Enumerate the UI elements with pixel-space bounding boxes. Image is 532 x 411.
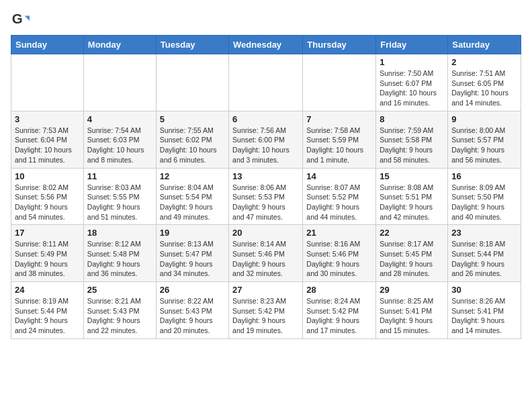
cell-2-2: 12Sunrise: 8:04 AM Sunset: 5:54 PM Dayli… [156, 168, 228, 225]
day-info: Sunrise: 8:23 AM Sunset: 5:42 PM Dayligh… [232, 296, 299, 336]
day-number: 11 [87, 171, 152, 181]
cell-4-5: 29Sunrise: 8:25 AM Sunset: 5:41 PM Dayli… [376, 282, 448, 339]
week-row-5: 24Sunrise: 8:19 AM Sunset: 5:44 PM Dayli… [11, 282, 521, 339]
day-number: 14 [306, 171, 372, 181]
cell-0-6: 2Sunrise: 7:51 AM Sunset: 6:05 PM Daylig… [448, 54, 521, 111]
day-number: 21 [306, 228, 372, 238]
day-number: 24 [15, 285, 80, 295]
cell-1-3: 6Sunrise: 7:56 AM Sunset: 6:00 PM Daylig… [229, 111, 303, 168]
day-info: Sunrise: 8:25 AM Sunset: 5:41 PM Dayligh… [380, 296, 444, 336]
day-number: 16 [451, 171, 517, 181]
cell-1-2: 5Sunrise: 7:55 AM Sunset: 6:02 PM Daylig… [156, 111, 228, 168]
cell-4-4: 28Sunrise: 8:24 AM Sunset: 5:42 PM Dayli… [303, 282, 376, 339]
day-number: 27 [232, 285, 299, 295]
day-info: Sunrise: 8:06 AM Sunset: 5:53 PM Dayligh… [232, 183, 299, 222]
day-info: Sunrise: 7:51 AM Sunset: 6:05 PM Dayligh… [451, 68, 517, 108]
day-number: 6 [232, 114, 299, 124]
weekday-header-row: SundayMondayTuesdayWednesdayThursdayFrid… [11, 36, 521, 54]
cell-4-0: 24Sunrise: 8:19 AM Sunset: 5:44 PM Dayli… [11, 282, 84, 339]
day-number: 5 [160, 114, 225, 124]
day-number: 22 [380, 228, 444, 238]
week-row-3: 10Sunrise: 8:02 AM Sunset: 5:56 PM Dayli… [11, 168, 521, 225]
header-friday: Friday [376, 36, 448, 54]
day-info: Sunrise: 7:55 AM Sunset: 6:02 PM Dayligh… [160, 126, 225, 165]
cell-0-0 [11, 54, 84, 111]
day-number: 23 [451, 228, 517, 238]
cell-3-2: 19Sunrise: 8:13 AM Sunset: 5:47 PM Dayli… [156, 225, 228, 282]
day-info: Sunrise: 7:59 AM Sunset: 5:58 PM Dayligh… [380, 126, 444, 165]
day-info: Sunrise: 8:13 AM Sunset: 5:47 PM Dayligh… [160, 239, 225, 279]
day-info: Sunrise: 8:19 AM Sunset: 5:44 PM Dayligh… [15, 296, 80, 336]
header-monday: Monday [83, 36, 156, 54]
day-number: 30 [451, 285, 517, 295]
week-row-2: 3Sunrise: 7:53 AM Sunset: 6:04 PM Daylig… [11, 111, 521, 168]
day-number: 17 [15, 228, 80, 238]
day-number: 13 [232, 171, 299, 181]
day-info: Sunrise: 8:24 AM Sunset: 5:42 PM Dayligh… [306, 296, 372, 336]
day-number: 29 [380, 285, 444, 295]
cell-3-1: 18Sunrise: 8:12 AM Sunset: 5:48 PM Dayli… [83, 225, 156, 282]
header-sunday: Sunday [11, 36, 84, 54]
header-wednesday: Wednesday [229, 36, 303, 54]
day-info: Sunrise: 8:17 AM Sunset: 5:45 PM Dayligh… [380, 239, 444, 279]
cell-2-4: 14Sunrise: 8:07 AM Sunset: 5:52 PM Dayli… [303, 168, 376, 225]
logo: G [11, 11, 32, 30]
day-number: 26 [160, 285, 225, 295]
cell-1-6: 9Sunrise: 8:00 AM Sunset: 5:57 PM Daylig… [448, 111, 521, 168]
svg-marker-1 [25, 15, 30, 20]
logo-icon: G [11, 11, 30, 30]
header-tuesday: Tuesday [156, 36, 228, 54]
day-info: Sunrise: 8:09 AM Sunset: 5:50 PM Dayligh… [451, 183, 517, 222]
cell-2-1: 11Sunrise: 8:03 AM Sunset: 5:55 PM Dayli… [83, 168, 156, 225]
cell-1-5: 8Sunrise: 7:59 AM Sunset: 5:58 PM Daylig… [376, 111, 448, 168]
page-header: G [11, 11, 521, 30]
day-number: 18 [87, 228, 152, 238]
day-info: Sunrise: 8:07 AM Sunset: 5:52 PM Dayligh… [306, 183, 372, 222]
cell-3-3: 20Sunrise: 8:14 AM Sunset: 5:46 PM Dayli… [229, 225, 303, 282]
week-row-1: 1Sunrise: 7:50 AM Sunset: 6:07 PM Daylig… [11, 54, 521, 111]
cell-4-1: 25Sunrise: 8:21 AM Sunset: 5:43 PM Dayli… [83, 282, 156, 339]
day-info: Sunrise: 7:58 AM Sunset: 5:59 PM Dayligh… [306, 126, 372, 165]
day-info: Sunrise: 7:53 AM Sunset: 6:04 PM Dayligh… [15, 126, 80, 165]
cell-1-4: 7Sunrise: 7:58 AM Sunset: 5:59 PM Daylig… [303, 111, 376, 168]
day-info: Sunrise: 8:03 AM Sunset: 5:55 PM Dayligh… [87, 183, 152, 222]
cell-4-3: 27Sunrise: 8:23 AM Sunset: 5:42 PM Dayli… [229, 282, 303, 339]
cell-2-3: 13Sunrise: 8:06 AM Sunset: 5:53 PM Dayli… [229, 168, 303, 225]
day-number: 3 [15, 114, 80, 124]
day-info: Sunrise: 8:26 AM Sunset: 5:41 PM Dayligh… [451, 296, 517, 336]
day-info: Sunrise: 8:14 AM Sunset: 5:46 PM Dayligh… [232, 239, 299, 279]
day-number: 12 [160, 171, 225, 181]
day-info: Sunrise: 8:08 AM Sunset: 5:51 PM Dayligh… [380, 183, 444, 222]
day-info: Sunrise: 8:21 AM Sunset: 5:43 PM Dayligh… [87, 296, 152, 336]
day-number: 4 [87, 114, 152, 124]
cell-4-6: 30Sunrise: 8:26 AM Sunset: 5:41 PM Dayli… [448, 282, 521, 339]
cell-0-4 [303, 54, 376, 111]
week-row-4: 17Sunrise: 8:11 AM Sunset: 5:49 PM Dayli… [11, 225, 521, 282]
day-info: Sunrise: 8:22 AM Sunset: 5:43 PM Dayligh… [160, 296, 225, 336]
cell-4-2: 26Sunrise: 8:22 AM Sunset: 5:43 PM Dayli… [156, 282, 228, 339]
cell-0-2 [156, 54, 228, 111]
svg-text:G: G [12, 11, 23, 26]
day-number: 19 [160, 228, 225, 238]
cell-0-5: 1Sunrise: 7:50 AM Sunset: 6:07 PM Daylig… [376, 54, 448, 111]
header-saturday: Saturday [448, 36, 521, 54]
cell-2-0: 10Sunrise: 8:02 AM Sunset: 5:56 PM Dayli… [11, 168, 84, 225]
day-number: 1 [380, 57, 444, 67]
calendar-table: SundayMondayTuesdayWednesdayThursdayFrid… [11, 35, 521, 339]
day-number: 2 [451, 57, 517, 67]
day-number: 10 [15, 171, 80, 181]
day-info: Sunrise: 7:54 AM Sunset: 6:03 PM Dayligh… [87, 126, 152, 165]
day-info: Sunrise: 8:04 AM Sunset: 5:54 PM Dayligh… [160, 183, 225, 222]
day-number: 20 [232, 228, 299, 238]
day-info: Sunrise: 7:56 AM Sunset: 6:00 PM Dayligh… [232, 126, 299, 165]
day-number: 9 [451, 114, 517, 124]
day-info: Sunrise: 8:16 AM Sunset: 5:46 PM Dayligh… [306, 239, 372, 279]
day-info: Sunrise: 7:50 AM Sunset: 6:07 PM Dayligh… [380, 68, 444, 108]
day-info: Sunrise: 8:12 AM Sunset: 5:48 PM Dayligh… [87, 239, 152, 279]
day-number: 8 [380, 114, 444, 124]
day-info: Sunrise: 8:11 AM Sunset: 5:49 PM Dayligh… [15, 239, 80, 279]
cell-1-1: 4Sunrise: 7:54 AM Sunset: 6:03 PM Daylig… [83, 111, 156, 168]
cell-2-5: 15Sunrise: 8:08 AM Sunset: 5:51 PM Dayli… [376, 168, 448, 225]
cell-1-0: 3Sunrise: 7:53 AM Sunset: 6:04 PM Daylig… [11, 111, 84, 168]
cell-3-0: 17Sunrise: 8:11 AM Sunset: 5:49 PM Dayli… [11, 225, 84, 282]
